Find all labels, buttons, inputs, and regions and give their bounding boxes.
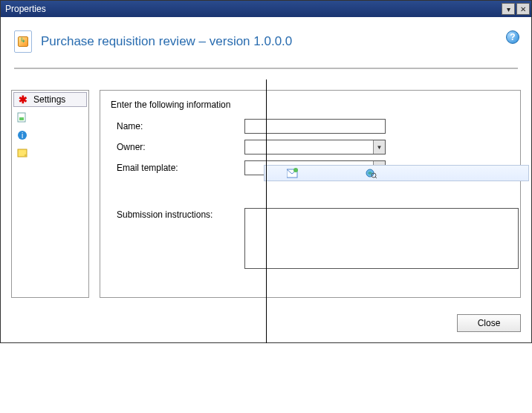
- globe-search-icon[interactable]: [366, 168, 377, 178]
- nav-item-settings[interactable]: ✱ Settings: [13, 92, 87, 107]
- row-owner: Owner: ▼: [111, 140, 510, 155]
- close-button[interactable]: Close: [457, 314, 521, 332]
- nav-item-label: Settings: [33, 94, 65, 105]
- nav-item-3[interactable]: i: [13, 128, 87, 143]
- svg-line-9: [375, 177, 377, 178]
- svg-point-6: [293, 168, 298, 172]
- submission-textarea[interactable]: [244, 208, 519, 269]
- form-prompt: Enter the following information: [111, 100, 510, 110]
- row-submission: Submission instructions:: [111, 208, 510, 269]
- window-title: Properties: [5, 4, 500, 14]
- row-name: Name:: [111, 119, 510, 134]
- form-panel: Enter the following information Name: Ow…: [100, 90, 521, 298]
- email-template-label: Email template:: [111, 163, 244, 173]
- page-title: Purchase requisition review – version 1.…: [41, 34, 292, 49]
- svg-text:i: i: [22, 131, 23, 140]
- svg-rect-1: [19, 117, 24, 120]
- callout-line: [266, 79, 267, 343]
- document-icon: [16, 111, 28, 123]
- template-icon[interactable]: [287, 168, 299, 178]
- close-window-button[interactable]: ✕: [516, 3, 530, 15]
- email-template-popup-toolbar: [264, 165, 529, 181]
- name-label: Name:: [111, 121, 244, 131]
- owner-label: Owner:: [111, 142, 244, 152]
- asterisk-icon: ✱: [17, 94, 29, 105]
- minimize-button[interactable]: ▾: [502, 3, 515, 15]
- help-icon[interactable]: ?: [506, 30, 519, 44]
- info-icon: i: [16, 129, 28, 141]
- titlebar: Properties ▾ ✕: [1, 1, 531, 17]
- note-icon: [16, 147, 28, 159]
- chevron-down-icon: ▼: [373, 140, 385, 154]
- nav-item-2[interactable]: [13, 110, 87, 125]
- submission-label: Submission instructions:: [111, 208, 244, 220]
- nav-item-4[interactable]: [13, 146, 87, 160]
- nav-panel: ✱ Settings i: [11, 90, 89, 298]
- header: Purchase requisition review – version 1.…: [1, 17, 531, 60]
- workflow-doc-icon: [14, 30, 32, 53]
